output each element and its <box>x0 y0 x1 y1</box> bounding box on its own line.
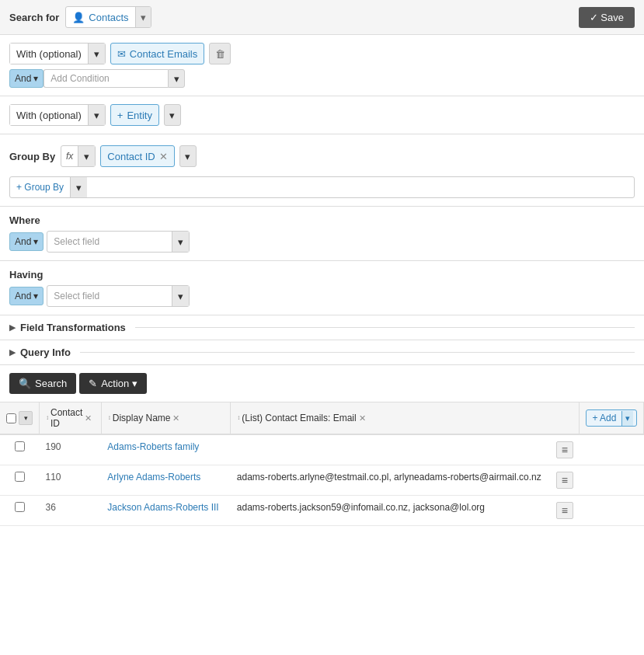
table-row: 190 Adams-Roberts family ≡ <box>0 434 644 465</box>
contact-id-sort-icon[interactable]: ↕ <box>46 415 49 421</box>
field-transformations-title: Field Transformations <box>20 322 126 333</box>
action-button[interactable]: ✎ Action ▾ <box>79 373 147 394</box>
contact-id-remove[interactable]: ✕ <box>159 151 168 162</box>
contact-id-dropdown[interactable]: ▾ <box>179 145 197 167</box>
where-select-field[interactable]: Select field ▾ <box>47 231 190 253</box>
group-by-row: Group By fx ▾ Contact ID ✕ ▾ <box>9 145 635 167</box>
display-name-col-header-inner: ↕ Display Name ✕ <box>108 413 225 423</box>
field-transformations-section[interactable]: ▶ Field Transformations <box>0 315 644 340</box>
table-checkbox-col-header: ▾ <box>0 402 40 434</box>
and-button-1[interactable]: And ▾ <box>9 69 44 88</box>
having-title: Having <box>9 269 635 280</box>
and-label-1: And <box>15 73 31 84</box>
row-extra-1 <box>580 465 644 496</box>
row-menu-button-0[interactable]: ≡ <box>556 441 573 458</box>
and-arrow-1: ▾ <box>33 73 38 84</box>
contact-id-pill: Contact ID ✕ <box>100 145 174 167</box>
row-display-name-link-0[interactable]: Adams-Roberts family <box>107 441 199 452</box>
add-group-by-label: + Group By <box>10 182 70 193</box>
group-by-label: Group By <box>9 151 56 162</box>
where-title: Where <box>9 214 635 226</box>
having-row: And ▾ Select field ▾ <box>9 285 635 307</box>
where-select-field-dropdown[interactable]: ▾ <box>172 232 189 252</box>
contact-id-col-label: ContactID <box>50 407 82 429</box>
fx-label: fx <box>61 151 78 162</box>
add-col-dropdown[interactable]: ▾ <box>621 411 633 426</box>
with-optional-label-1: With (optional) <box>10 44 88 64</box>
query-info-section[interactable]: ▶ Query Info <box>0 340 644 365</box>
row-checkbox-2[interactable] <box>15 502 25 512</box>
field-transformations-triangle: ▶ <box>9 322 16 333</box>
row-display-name-link-1[interactable]: Arlyne Adams-Roberts <box>107 472 200 483</box>
contact-id-label: Contact ID <box>107 151 155 162</box>
select-all-checkbox[interactable] <box>6 413 16 423</box>
row-display-name-2: Jackson Adams-Roberts III <box>101 496 231 526</box>
display-name-sort-icon[interactable]: ↕ <box>108 415 111 421</box>
having-section: Having And ▾ Select field ▾ <box>0 261 644 315</box>
row-checkbox-0[interactable] <box>15 441 25 451</box>
contacts-value: Contacts <box>89 12 128 23</box>
delete-contact-emails-button[interactable]: 🗑 <box>209 43 231 64</box>
add-group-by-container: + Group By ▾ <box>9 176 635 198</box>
having-select-field[interactable]: Select field ▾ <box>47 285 190 307</box>
emails-col-header-inner: ↕ (List) Contact Emails: Email ✕ <box>237 413 573 423</box>
add-group-by-dropdown[interactable]: ▾ <box>70 177 87 197</box>
row-menu-button-2[interactable]: ≡ <box>556 502 573 519</box>
entity-dropdown[interactable]: ▾ <box>164 104 181 126</box>
with-optional-select-1[interactable]: With (optional) ▾ <box>9 43 106 64</box>
save-button[interactable]: ✓ Save <box>579 7 635 28</box>
with-optional-label-2: With (optional) <box>10 105 88 125</box>
search-button[interactable]: 🔍 Search <box>9 373 76 394</box>
row-emails-0: ≡ <box>231 434 580 465</box>
search-icon: 🔍 <box>19 378 31 389</box>
having-and-button[interactable]: And ▾ <box>9 287 44 305</box>
table-header-row: ▾ ↕ ContactID ✕ ↕ Display Name ✕ ↕ <box>0 402 644 434</box>
entity-plus-icon: + <box>117 110 124 121</box>
row-contact-id-2: 36 <box>40 496 102 526</box>
results-table: ▾ ↕ ContactID ✕ ↕ Display Name ✕ ↕ <box>0 402 644 526</box>
contact-id-col-header-inner: ↕ ContactID ✕ <box>46 407 95 429</box>
query-info-divider <box>80 352 635 353</box>
header-bar: Search for 👤 Contacts ▾ ✓ Save <box>0 0 644 35</box>
group-by-section: Group By fx ▾ Contact ID ✕ ▾ + Group By … <box>0 134 644 207</box>
action-label: Action ▾ <box>101 378 138 389</box>
row-contact-id-0: 190 <box>40 434 102 465</box>
row-menu-button-1[interactable]: ≡ <box>556 472 573 489</box>
having-and-label: And <box>15 291 31 301</box>
add-col-button[interactable]: + Add ▾ <box>586 409 637 427</box>
fx-pill[interactable]: fx ▾ <box>61 145 96 167</box>
emails-sort-icon[interactable]: ↕ <box>237 415 240 421</box>
checkbox-header: ▾ <box>6 411 33 425</box>
add-col-label: + Add <box>587 410 621 426</box>
contacts-dropdown-btn[interactable]: ▾ <box>135 7 151 27</box>
table-row: 110 Arlyne Adams-Roberts adams-roberts.a… <box>0 465 644 496</box>
field-transformations-divider <box>135 327 635 328</box>
having-select-field-dropdown[interactable]: ▾ <box>172 286 189 306</box>
row-display-name-link-2[interactable]: Jackson Adams-Roberts III <box>107 502 218 513</box>
add-condition-dropdown[interactable]: ▾ <box>168 69 185 88</box>
contact-emails-pill: ✉ Contact Emails <box>110 43 204 64</box>
with-optional-dropdown-1[interactable]: ▾ <box>88 44 105 64</box>
with-optional-dropdown-2[interactable]: ▾ <box>88 105 105 125</box>
add-group-by-button[interactable]: + Group By ▾ <box>9 176 635 198</box>
display-name-col-remove[interactable]: ✕ <box>172 413 179 423</box>
row-checkbox-cell <box>0 496 40 526</box>
emails-col-remove[interactable]: ✕ <box>359 413 366 423</box>
fx-dropdown[interactable]: ▾ <box>78 146 95 166</box>
where-row: And ▾ Select field ▾ <box>9 231 635 253</box>
where-and-button[interactable]: And ▾ <box>9 232 44 251</box>
with-optional-select-2[interactable]: With (optional) ▾ <box>9 104 106 126</box>
having-select-field-placeholder: Select field <box>47 291 172 301</box>
display-name-col-label: Display Name <box>113 413 171 423</box>
contacts-select[interactable]: 👤 Contacts ▾ <box>65 6 151 28</box>
row-checkbox-1[interactable] <box>15 472 25 482</box>
having-and-arrow: ▾ <box>33 291 38 301</box>
row-emails-1: adams-roberts.arlyne@testmail.co.pl, arl… <box>231 465 580 496</box>
checkbox-dropdown[interactable]: ▾ <box>19 411 33 425</box>
contact-id-col-remove[interactable]: ✕ <box>85 413 92 423</box>
add-col-header: + Add ▾ <box>580 402 644 434</box>
with-row-2: With (optional) ▾ + Entity ▾ <box>9 104 635 126</box>
row-checkbox-cell <box>0 434 40 465</box>
row-display-name-0: Adams-Roberts family <box>101 434 231 465</box>
add-condition-row: And ▾ Add Condition ▾ <box>9 69 635 88</box>
